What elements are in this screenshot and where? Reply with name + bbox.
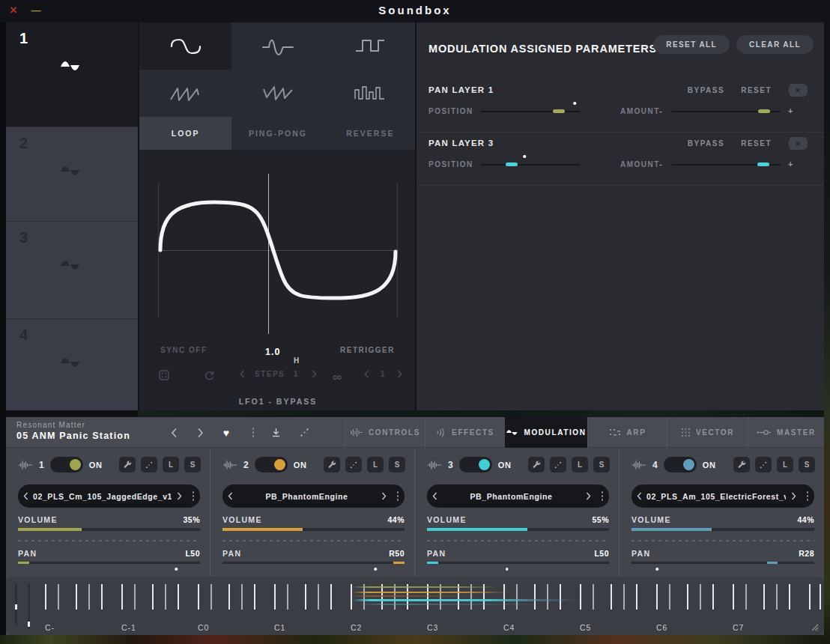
key-tick[interactable]	[178, 584, 179, 610]
key-tick[interactable]	[274, 584, 276, 610]
position-slider-handle[interactable]	[553, 109, 565, 113]
layer-preset-selector[interactable]: PB_PhantomEngine	[427, 484, 609, 508]
sine-wave-icon[interactable]	[139, 22, 231, 70]
amount-minus-button[interactable]: -	[659, 106, 662, 115]
preset-menu-icon[interactable]	[801, 491, 814, 501]
keyboard-octave[interactable]: C7	[733, 584, 809, 632]
toggle-knob[interactable]	[479, 459, 490, 470]
lfo-rate-value[interactable]: 1.0	[265, 347, 280, 357]
key-tick[interactable]	[458, 584, 459, 610]
lfo-status-label[interactable]: LFO1 - BYPASS	[139, 397, 416, 406]
preset-prev-icon[interactable]	[165, 417, 183, 448]
preset-prev-icon[interactable]	[222, 492, 237, 500]
remove-assignment-icon[interactable]: ✕	[788, 84, 808, 97]
layer-preset-selector[interactable]: PB_PhantomEngine	[222, 484, 405, 508]
amount-plus-button[interactable]: +	[788, 106, 793, 115]
layer-latch-button[interactable]: L	[777, 457, 793, 473]
bypass-button[interactable]: BYPASS	[688, 86, 724, 94]
toggle-knob[interactable]	[683, 459, 694, 470]
amount-slider[interactable]	[672, 111, 781, 112]
key-tick[interactable]	[210, 584, 212, 610]
position-slider-handle[interactable]	[506, 162, 518, 166]
key-tick[interactable]	[789, 584, 790, 610]
key-tick[interactable]	[733, 584, 734, 610]
reset-all-button[interactable]: RESET ALL	[653, 35, 730, 54]
steps-prev-icon[interactable]	[240, 370, 245, 378]
key-tick[interactable]	[254, 584, 255, 610]
lfo-slot-2[interactable]: 2	[6, 127, 138, 222]
layer-settings-wrench-icon[interactable]	[324, 457, 340, 473]
lfo-slot-1[interactable]: 1	[6, 22, 138, 127]
key-tick[interactable]	[198, 584, 199, 610]
preset-next-icon[interactable]	[786, 492, 801, 500]
amount-plus-button[interactable]: +	[788, 160, 793, 168]
key-tick[interactable]	[503, 584, 505, 610]
preset-name[interactable]: 05 ANM Panic Station	[16, 431, 130, 441]
randomize-icon[interactable]	[295, 417, 313, 448]
preset-menu-icon[interactable]	[391, 491, 405, 501]
key-tick[interactable]	[134, 584, 136, 610]
layer-preset-selector[interactable]: 02_PLS_Cm_105_JaggedEdge_v18	[18, 484, 200, 508]
layer-solo-button[interactable]: S	[389, 457, 405, 473]
lfo-slot-4[interactable]: 4	[6, 319, 138, 410]
volume-slider[interactable]	[631, 528, 814, 531]
pan-slider[interactable]	[631, 562, 814, 564]
key-tick[interactable]	[101, 584, 103, 610]
preset-prev-icon[interactable]	[631, 492, 646, 500]
download-icon[interactable]	[267, 417, 285, 448]
key-tick[interactable]	[516, 584, 518, 610]
key-tick[interactable]	[330, 584, 332, 610]
repeat-prev-icon[interactable]	[364, 370, 369, 378]
key-tick[interactable]	[656, 584, 658, 610]
pan-slider[interactable]	[427, 562, 609, 564]
lfo-waveform-display[interactable]	[157, 178, 399, 322]
key-tick[interactable]	[534, 584, 536, 610]
key-tick[interactable]	[593, 584, 594, 610]
key-tick[interactable]	[152, 584, 154, 610]
layer-on-toggle[interactable]	[664, 457, 697, 473]
keyboard-octave[interactable]: C-1	[121, 584, 198, 632]
tab-modulation[interactable]: MODULATION	[505, 417, 587, 448]
key-tick[interactable]	[351, 584, 352, 610]
toggle-knob[interactable]	[274, 459, 285, 470]
amount-minus-button[interactable]: -	[659, 160, 662, 168]
volume-slider[interactable]	[427, 528, 609, 531]
key-tick[interactable]	[669, 584, 670, 610]
reset-button[interactable]: RESET	[741, 139, 772, 148]
key-tick[interactable]	[712, 584, 714, 610]
infinity-icon[interactable]: ∞	[333, 370, 343, 385]
lfo-slot-3[interactable]: 3	[6, 222, 138, 319]
key-tick[interactable]	[287, 584, 288, 610]
repeat-next-icon[interactable]	[397, 370, 402, 378]
key-tick[interactable]	[763, 584, 765, 610]
sync-toggle[interactable]: SYNC OFF	[160, 346, 208, 354]
reverse-saw-wave-icon[interactable]	[231, 70, 324, 117]
key-tick[interactable]	[305, 584, 306, 610]
key-tick[interactable]	[611, 584, 612, 610]
key-tick[interactable]	[45, 584, 46, 610]
random-steps-icon[interactable]	[324, 70, 416, 117]
preset-menu-icon[interactable]	[596, 491, 609, 501]
preset-next-icon[interactable]	[191, 417, 209, 448]
amount-slider-handle[interactable]	[757, 162, 769, 166]
keyboard-octave[interactable]: C1	[274, 584, 351, 632]
layer-randomize-icon[interactable]	[141, 457, 157, 473]
preset-next-icon[interactable]	[376, 492, 391, 500]
layer-latch-button[interactable]: L	[367, 457, 384, 473]
key-tick[interactable]	[228, 584, 230, 610]
volume-slider[interactable]	[222, 528, 405, 531]
refresh-icon[interactable]	[204, 370, 215, 381]
square-wave-icon[interactable]	[324, 22, 416, 70]
layer-latch-button[interactable]: L	[572, 457, 588, 473]
key-tick[interactable]	[165, 584, 166, 610]
layer-solo-button[interactable]: S	[593, 457, 610, 473]
preset-menu-icon[interactable]	[244, 417, 262, 448]
saw-wave-icon[interactable]	[139, 70, 231, 117]
key-tick[interactable]	[745, 584, 747, 610]
key-tick[interactable]	[560, 584, 561, 610]
key-tick[interactable]	[440, 584, 441, 610]
steps-next-icon[interactable]	[312, 370, 317, 378]
layer-preset-selector[interactable]: 02_PLS_Am_105_ElectricForest_v10	[631, 484, 814, 508]
key-tick[interactable]	[700, 584, 701, 610]
key-tick[interactable]	[820, 584, 821, 610]
